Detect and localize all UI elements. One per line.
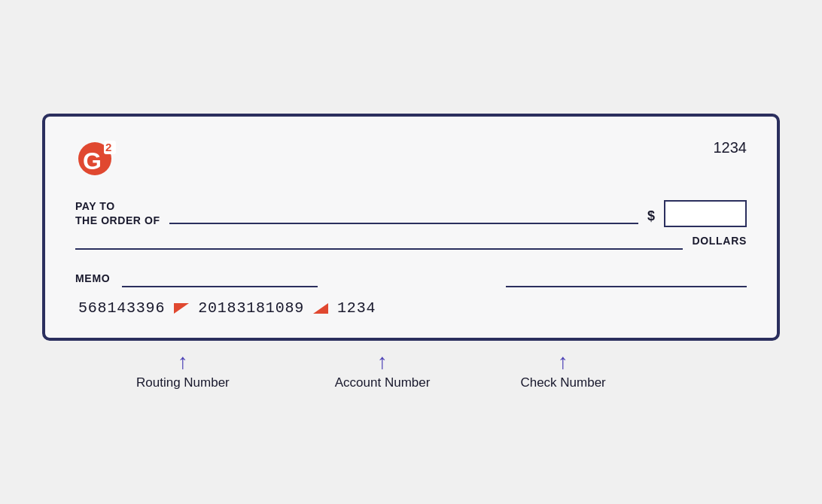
written-amount-row: DOLLARS	[75, 235, 747, 250]
check-number-micr: 1234	[337, 299, 376, 317]
pay-to-row: PAY TOTHE ORDER OF $	[75, 199, 747, 228]
check-arrow-icon: ↑	[558, 351, 568, 372]
dollar-sign: $	[647, 208, 655, 224]
routing-number-label-group: ↑ Routing Number	[136, 351, 230, 390]
svg-text:2: 2	[105, 141, 111, 153]
payee-line	[169, 223, 638, 224]
memo-row: MEMO	[75, 272, 747, 287]
memo-line	[122, 286, 318, 287]
routing-number-label: Routing Number	[136, 375, 230, 390]
check-top-row: G 2 2 1234	[75, 135, 747, 183]
micr-symbol-2	[313, 303, 328, 314]
micr-symbol-1	[174, 303, 189, 314]
signature-line	[506, 286, 747, 287]
svg-text:G: G	[83, 147, 102, 175]
routing-arrow-icon: ↑	[178, 351, 188, 372]
account-number-micr: 20183181089	[198, 299, 304, 317]
check: G 2 2 1234 PAY TOTHE ORDER OF $ DOLLARS	[42, 114, 780, 342]
routing-number-micr: 568143396	[78, 299, 165, 317]
dollars-label: DOLLARS	[692, 235, 747, 250]
page-wrapper: G 2 2 1234 PAY TOTHE ORDER OF $ DOLLARS	[12, 114, 810, 391]
account-number-label: Account Number	[335, 375, 431, 390]
account-arrow-icon: ↑	[377, 351, 388, 372]
memo-label: MEMO	[75, 272, 110, 287]
g2-logo: G 2 2	[75, 135, 120, 183]
check-number-display: 1234	[714, 139, 747, 156]
written-amount-line	[75, 248, 683, 250]
check-number-label: Check Number	[520, 375, 605, 390]
labels-row: ↑ Routing Number ↑ Account Number ↑ Chec…	[42, 351, 780, 390]
pay-to-label: PAY TOTHE ORDER OF	[75, 199, 160, 228]
account-number-label-group: ↑ Account Number	[335, 351, 431, 390]
check-number-label-group: ↑ Check Number	[520, 351, 605, 390]
micr-row: 568143396 20183181089 1234	[75, 299, 747, 317]
amount-box[interactable]	[664, 200, 747, 227]
